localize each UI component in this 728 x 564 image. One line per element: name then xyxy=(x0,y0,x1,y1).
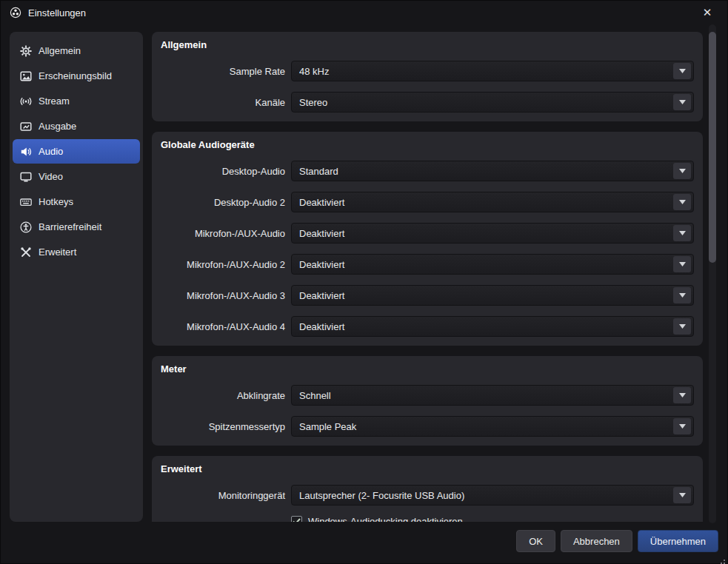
form-row: AbklingrateSchnell xyxy=(161,385,694,406)
section-allgemein: AllgemeinSample Rate48 kHzKanäleStereo xyxy=(152,32,703,121)
ok-button[interactable]: OK xyxy=(516,530,555,552)
monitoringgeraet-dropdown[interactable]: Lautsprecher (2- Focusrite USB Audio) xyxy=(291,485,694,506)
scrollbar-track[interactable] xyxy=(709,24,716,523)
sidebar-item-barrierefreiheit[interactable]: Barrierefreiheit xyxy=(13,215,140,239)
sidebar-item-stream[interactable]: Stream xyxy=(13,89,140,113)
monitor-icon xyxy=(20,171,32,183)
dropdown-value: Deaktiviert xyxy=(299,259,673,270)
footer-buttons: OK Abbrechen Übernehmen xyxy=(1,522,727,563)
chevron-down-icon xyxy=(673,163,691,179)
abklingrate-label: Abklingrate xyxy=(161,390,285,401)
settings-body: AllgemeinErscheinungsbildStreamAusgabeAu… xyxy=(1,24,727,522)
chevron-down-icon xyxy=(673,387,691,403)
cancel-button[interactable]: Abbrechen xyxy=(561,530,632,552)
windows-audioducking-checkbox[interactable] xyxy=(291,516,302,522)
kanaele-dropdown[interactable]: Stereo xyxy=(291,92,694,113)
titlebar: Einstellungen ✕ xyxy=(1,1,727,24)
sample-rate-dropdown[interactable]: 48 kHz xyxy=(291,61,694,81)
form-row: Mikrofon-/AUX-Audio 3Deaktiviert xyxy=(161,285,694,306)
dropdown-value: Schnell xyxy=(299,390,673,401)
section-globale-audiogeraete: Globale AudiogeräteDesktop-AudioStandard… xyxy=(152,132,703,346)
mikrofon-aux-audio-dropdown[interactable]: Deaktiviert xyxy=(291,223,694,244)
sidebar-item-label: Erweitert xyxy=(39,246,76,258)
checkbox-label: Windows-Audioducking deaktivieren xyxy=(308,516,463,522)
form-row: Desktop-Audio 2Deaktiviert xyxy=(161,192,694,212)
sidebar-item-label: Audio xyxy=(39,146,63,157)
sidebar-item-erweitert[interactable]: Erweitert xyxy=(13,240,140,264)
settings-content: AllgemeinSample Rate48 kHzKanäleStereoGl… xyxy=(152,32,703,522)
section-meter: MeterAbklingrateSchnellSpitzenmessertypS… xyxy=(152,356,703,446)
desktop-audio-label: Desktop-Audio xyxy=(161,166,285,177)
settings-window: Einstellungen ✕ AllgemeinErscheinungsbil… xyxy=(0,0,728,564)
form-row: Mikrofon-/AUX-Audio 2Deaktiviert xyxy=(161,254,694,275)
close-button[interactable]: ✕ xyxy=(696,1,718,24)
desktop-audio-2-label: Desktop-Audio 2 xyxy=(161,197,285,208)
dropdown-value: Deaktiviert xyxy=(299,228,673,239)
resize-grip[interactable] xyxy=(718,554,726,562)
kanaele-label: Kanäle xyxy=(161,97,285,108)
sidebar-item-label: Erscheinungsbild xyxy=(39,70,112,81)
chevron-down-icon xyxy=(673,225,691,241)
sidebar-item-ausgabe[interactable]: Ausgabe xyxy=(13,114,140,138)
mikrofon-aux-audio-4-dropdown[interactable]: Deaktiviert xyxy=(291,316,694,337)
dropdown-value: Stereo xyxy=(299,97,673,108)
dropdown-value: Deaktiviert xyxy=(299,290,673,301)
section-title: Allgemein xyxy=(161,39,694,50)
abklingrate-dropdown[interactable]: Schnell xyxy=(291,385,694,406)
form-row: SpitzenmessertypSample Peak xyxy=(161,416,694,437)
appearance-icon xyxy=(20,70,32,82)
sidebar-item-label: Hotkeys xyxy=(39,196,73,207)
obs-logo-icon xyxy=(10,7,21,19)
apply-button[interactable]: Übernehmen xyxy=(638,530,718,552)
chevron-down-icon xyxy=(673,287,691,303)
form-row: MonitoringgerätLautsprecher (2- Focusrit… xyxy=(161,485,694,506)
speaker-icon xyxy=(20,146,32,158)
spitzenmessertyp-label: Spitzenmessertyp xyxy=(161,421,285,432)
dropdown-value: Deaktiviert xyxy=(299,321,673,332)
section-erweitert: ErweitertMonitoringgerätLautsprecher (2-… xyxy=(152,456,703,522)
chevron-down-icon xyxy=(673,418,691,434)
desktop-audio-2-dropdown[interactable]: Deaktiviert xyxy=(291,192,694,212)
dropdown-value: 48 kHz xyxy=(299,66,673,77)
sidebar-item-erscheinungsbild[interactable]: Erscheinungsbild xyxy=(13,64,140,88)
keyboard-icon xyxy=(20,196,32,208)
monitoringgeraet-label: Monitoringgerät xyxy=(161,490,285,501)
sample-rate-label: Sample Rate xyxy=(161,66,285,77)
chevron-down-icon xyxy=(673,487,691,503)
sidebar-item-hotkeys[interactable]: Hotkeys xyxy=(13,189,140,214)
mikrofon-aux-audio-3-label: Mikrofon-/AUX-Audio 3 xyxy=(161,290,285,301)
stream-icon xyxy=(20,95,32,107)
accessibility-icon xyxy=(20,221,32,233)
sidebar-item-label: Allgemein xyxy=(39,45,81,56)
section-title: Globale Audiogeräte xyxy=(161,139,694,150)
dropdown-value: Deaktiviert xyxy=(299,197,673,208)
sidebar: AllgemeinErscheinungsbildStreamAusgabeAu… xyxy=(10,32,143,522)
sidebar-item-label: Video xyxy=(39,171,63,182)
chevron-down-icon xyxy=(673,256,691,272)
form-row: Desktop-AudioStandard xyxy=(161,161,694,181)
form-row: Mikrofon-/AUX-Audio 4Deaktiviert xyxy=(161,316,694,337)
dropdown-value: Lautsprecher (2- Focusrite USB Audio) xyxy=(299,490,673,501)
sidebar-item-video[interactable]: Video xyxy=(13,164,140,189)
sidebar-item-label: Barrierefreiheit xyxy=(39,221,101,232)
dropdown-value: Sample Peak xyxy=(299,421,673,432)
chevron-down-icon xyxy=(673,63,691,79)
sidebar-item-allgemein[interactable]: Allgemein xyxy=(13,38,140,63)
output-icon xyxy=(20,121,32,132)
form-row: KanäleStereo xyxy=(161,92,694,113)
checkbox-row: Windows-Audioducking deaktivieren xyxy=(291,516,694,522)
chevron-down-icon xyxy=(673,94,691,110)
sidebar-item-label: Stream xyxy=(39,95,70,107)
tools-icon xyxy=(20,246,32,258)
form-row: Mikrofon-/AUX-AudioDeaktiviert xyxy=(161,223,694,244)
section-title: Erweitert xyxy=(161,463,694,474)
sidebar-item-audio[interactable]: Audio xyxy=(13,139,140,164)
mikrofon-aux-audio-4-label: Mikrofon-/AUX-Audio 4 xyxy=(161,321,285,332)
dropdown-value: Standard xyxy=(299,166,673,177)
desktop-audio-dropdown[interactable]: Standard xyxy=(291,161,694,181)
scrollbar-thumb[interactable] xyxy=(709,32,716,263)
chevron-down-icon xyxy=(673,194,691,210)
mikrofon-aux-audio-2-dropdown[interactable]: Deaktiviert xyxy=(291,254,694,275)
spitzenmessertyp-dropdown[interactable]: Sample Peak xyxy=(291,416,694,437)
mikrofon-aux-audio-3-dropdown[interactable]: Deaktiviert xyxy=(291,285,694,306)
